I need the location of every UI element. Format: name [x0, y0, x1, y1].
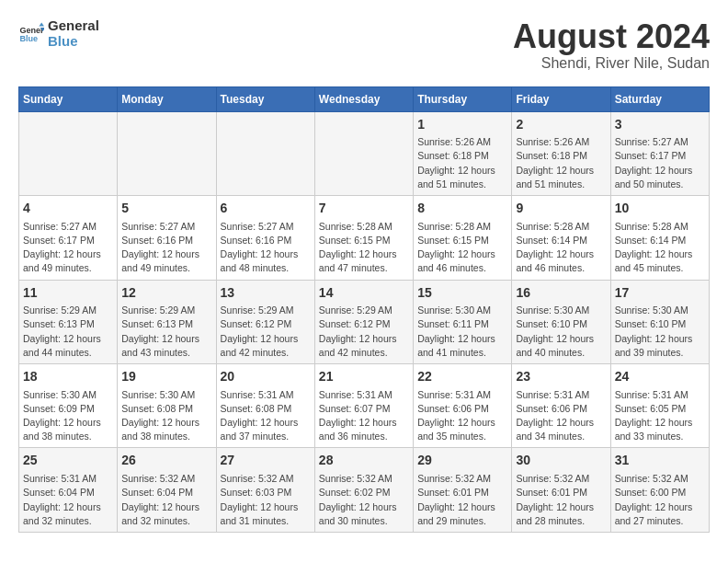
day-info: Sunrise: 5:27 AM Sunset: 6:17 PM Dayligh… — [615, 135, 705, 191]
calendar-cell — [19, 111, 118, 195]
day-number: 12 — [121, 284, 211, 303]
calendar-cell: 24Sunrise: 5:31 AM Sunset: 6:05 PM Dayli… — [610, 364, 709, 448]
day-number: 24 — [615, 368, 705, 386]
calendar-cell: 25Sunrise: 5:31 AM Sunset: 6:04 PM Dayli… — [19, 448, 118, 532]
calendar-cell: 30Sunrise: 5:32 AM Sunset: 6:01 PM Dayli… — [512, 448, 610, 532]
day-number: 11 — [23, 284, 113, 303]
column-header-thursday: Thursday — [414, 86, 512, 111]
svg-marker-2 — [39, 22, 44, 26]
calendar-cell: 15Sunrise: 5:30 AM Sunset: 6:11 PM Dayli… — [414, 280, 512, 363]
page-header: General Blue General Blue August 2024 Sh… — [18, 18, 710, 72]
day-number: 16 — [516, 284, 606, 303]
column-header-wednesday: Wednesday — [314, 86, 413, 111]
column-header-sunday: Sunday — [19, 86, 118, 111]
calendar-cell: 9Sunrise: 5:28 AM Sunset: 6:14 PM Daylig… — [512, 196, 610, 280]
calendar-cell: 1Sunrise: 5:26 AM Sunset: 6:18 PM Daylig… — [414, 111, 512, 195]
day-info: Sunrise: 5:32 AM Sunset: 6:01 PM Dayligh… — [417, 472, 507, 528]
day-number: 7 — [319, 200, 409, 218]
column-header-friday: Friday — [512, 86, 610, 111]
day-number: 21 — [319, 368, 409, 386]
calendar-cell: 12Sunrise: 5:29 AM Sunset: 6:13 PM Dayli… — [118, 280, 216, 363]
calendar-table: SundayMondayTuesdayWednesdayThursdayFrid… — [18, 86, 710, 533]
day-number: 13 — [221, 284, 311, 303]
calendar-cell: 4Sunrise: 5:27 AM Sunset: 6:17 PM Daylig… — [19, 196, 118, 280]
day-info: Sunrise: 5:32 AM Sunset: 6:01 PM Dayligh… — [516, 472, 606, 528]
day-info: Sunrise: 5:27 AM Sunset: 6:16 PM Dayligh… — [121, 220, 211, 276]
day-number: 17 — [615, 284, 705, 303]
day-info: Sunrise: 5:31 AM Sunset: 6:05 PM Dayligh… — [615, 388, 705, 444]
day-info: Sunrise: 5:28 AM Sunset: 6:14 PM Dayligh… — [615, 220, 705, 276]
calendar-cell: 13Sunrise: 5:29 AM Sunset: 6:12 PM Dayli… — [216, 280, 314, 363]
week-row-5: 25Sunrise: 5:31 AM Sunset: 6:04 PM Dayli… — [19, 448, 710, 532]
calendar-cell — [118, 111, 216, 195]
day-info: Sunrise: 5:27 AM Sunset: 6:17 PM Dayligh… — [23, 220, 113, 276]
day-info: Sunrise: 5:31 AM Sunset: 6:08 PM Dayligh… — [221, 388, 311, 444]
day-number: 26 — [121, 452, 211, 470]
calendar-cell: 2Sunrise: 5:26 AM Sunset: 6:18 PM Daylig… — [512, 111, 610, 195]
day-info: Sunrise: 5:31 AM Sunset: 6:07 PM Dayligh… — [319, 388, 409, 444]
calendar-cell: 8Sunrise: 5:28 AM Sunset: 6:15 PM Daylig… — [414, 196, 512, 280]
day-info: Sunrise: 5:27 AM Sunset: 6:16 PM Dayligh… — [221, 220, 311, 276]
day-info: Sunrise: 5:30 AM Sunset: 6:10 PM Dayligh… — [516, 304, 606, 360]
calendar-cell — [216, 111, 314, 195]
calendar-cell: 6Sunrise: 5:27 AM Sunset: 6:16 PM Daylig… — [216, 196, 314, 280]
day-info: Sunrise: 5:32 AM Sunset: 6:04 PM Dayligh… — [121, 472, 211, 528]
day-number: 8 — [417, 200, 507, 218]
day-number: 31 — [615, 452, 705, 470]
day-info: Sunrise: 5:32 AM Sunset: 6:03 PM Dayligh… — [221, 472, 311, 528]
column-header-monday: Monday — [118, 86, 216, 111]
day-number: 18 — [23, 368, 113, 386]
day-info: Sunrise: 5:31 AM Sunset: 6:06 PM Dayligh… — [417, 388, 507, 444]
calendar-cell: 14Sunrise: 5:29 AM Sunset: 6:12 PM Dayli… — [314, 280, 413, 363]
calendar-cell: 7Sunrise: 5:28 AM Sunset: 6:15 PM Daylig… — [314, 196, 413, 280]
day-info: Sunrise: 5:31 AM Sunset: 6:06 PM Dayligh… — [516, 388, 606, 444]
calendar-cell: 20Sunrise: 5:31 AM Sunset: 6:08 PM Dayli… — [216, 364, 314, 448]
column-header-saturday: Saturday — [610, 86, 709, 111]
calendar-cell: 19Sunrise: 5:30 AM Sunset: 6:08 PM Dayli… — [118, 364, 216, 448]
day-number: 9 — [516, 200, 606, 218]
svg-text:General: General — [19, 25, 44, 34]
day-number: 5 — [121, 200, 211, 218]
day-number: 4 — [23, 200, 113, 218]
calendar-cell — [314, 111, 413, 195]
calendar-cell: 3Sunrise: 5:27 AM Sunset: 6:17 PM Daylig… — [610, 111, 709, 195]
logo: General Blue General Blue — [18, 18, 99, 49]
week-row-2: 4Sunrise: 5:27 AM Sunset: 6:17 PM Daylig… — [19, 196, 710, 280]
calendar-cell: 23Sunrise: 5:31 AM Sunset: 6:06 PM Dayli… — [512, 364, 610, 448]
calendar-cell: 27Sunrise: 5:32 AM Sunset: 6:03 PM Dayli… — [216, 448, 314, 532]
day-info: Sunrise: 5:28 AM Sunset: 6:14 PM Dayligh… — [516, 220, 606, 276]
day-info: Sunrise: 5:26 AM Sunset: 6:18 PM Dayligh… — [516, 135, 606, 191]
day-number: 25 — [23, 452, 113, 470]
column-header-tuesday: Tuesday — [216, 86, 314, 111]
day-info: Sunrise: 5:30 AM Sunset: 6:10 PM Dayligh… — [615, 304, 705, 360]
day-number: 27 — [221, 452, 311, 470]
week-row-4: 18Sunrise: 5:30 AM Sunset: 6:09 PM Dayli… — [19, 364, 710, 448]
calendar-cell: 17Sunrise: 5:30 AM Sunset: 6:10 PM Dayli… — [610, 280, 709, 363]
day-number: 23 — [516, 368, 606, 386]
day-number: 30 — [516, 452, 606, 470]
day-info: Sunrise: 5:28 AM Sunset: 6:15 PM Dayligh… — [417, 220, 507, 276]
day-number: 1 — [417, 116, 507, 134]
day-number: 3 — [615, 116, 705, 134]
day-info: Sunrise: 5:28 AM Sunset: 6:15 PM Dayligh… — [319, 220, 409, 276]
day-number: 6 — [221, 200, 311, 218]
calendar-cell: 11Sunrise: 5:29 AM Sunset: 6:13 PM Dayli… — [19, 280, 118, 363]
day-number: 29 — [417, 452, 507, 470]
day-info: Sunrise: 5:29 AM Sunset: 6:13 PM Dayligh… — [23, 304, 113, 360]
logo-icon: General Blue — [18, 21, 44, 47]
day-info: Sunrise: 5:31 AM Sunset: 6:04 PM Dayligh… — [23, 472, 113, 528]
header-row: SundayMondayTuesdayWednesdayThursdayFrid… — [19, 86, 710, 111]
week-row-3: 11Sunrise: 5:29 AM Sunset: 6:13 PM Dayli… — [19, 280, 710, 363]
calendar-cell: 5Sunrise: 5:27 AM Sunset: 6:16 PM Daylig… — [118, 196, 216, 280]
day-info: Sunrise: 5:30 AM Sunset: 6:09 PM Dayligh… — [23, 388, 113, 444]
day-info: Sunrise: 5:26 AM Sunset: 6:18 PM Dayligh… — [417, 135, 507, 191]
calendar-cell: 28Sunrise: 5:32 AM Sunset: 6:02 PM Dayli… — [314, 448, 413, 532]
main-title: August 2024 — [513, 18, 710, 55]
calendar-cell: 31Sunrise: 5:32 AM Sunset: 6:00 PM Dayli… — [610, 448, 709, 532]
day-number: 2 — [516, 116, 606, 134]
day-number: 22 — [417, 368, 507, 386]
week-row-1: 1Sunrise: 5:26 AM Sunset: 6:18 PM Daylig… — [19, 111, 710, 195]
day-info: Sunrise: 5:30 AM Sunset: 6:08 PM Dayligh… — [121, 388, 211, 444]
logo-line2: Blue — [48, 34, 99, 50]
calendar-cell: 26Sunrise: 5:32 AM Sunset: 6:04 PM Dayli… — [118, 448, 216, 532]
